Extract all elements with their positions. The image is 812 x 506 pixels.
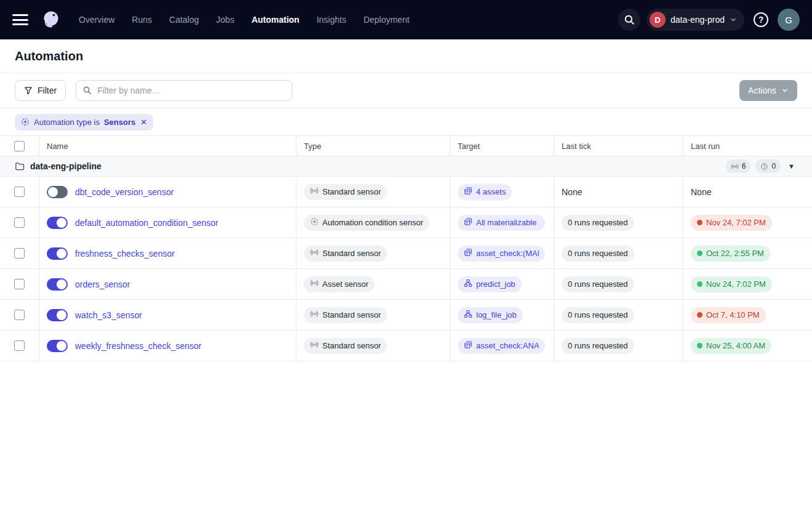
top-navigation: OverviewRunsCatalogJobsAutomationInsight…	[0, 0, 812, 39]
sensor-toggle[interactable]	[47, 186, 68, 198]
job-icon	[464, 310, 472, 318]
nav-tab-overview[interactable]: Overview	[79, 15, 114, 25]
sensor-icon	[310, 310, 319, 318]
sensor-icon	[731, 163, 739, 171]
sensor-table-row: orders_sensor Asset sensor predict_job 0…	[0, 269, 812, 300]
last-tick-badge[interactable]: 0 runs requested	[562, 307, 634, 323]
sensor-table-row: weekly_freshness_check_sensor Standard s…	[0, 331, 812, 361]
nav-tab-runs[interactable]: Runs	[132, 15, 152, 25]
primary-nav-tabs: OverviewRunsCatalogJobsAutomationInsight…	[79, 15, 410, 25]
column-header-last-run: Last run	[683, 136, 812, 156]
sensor-icon	[310, 279, 319, 287]
deployment-switcher[interactable]: D data-eng-prod	[647, 9, 744, 31]
sensor-icon	[310, 340, 319, 349]
row-checkbox[interactable]	[14, 217, 25, 228]
last-tick-value: None	[562, 187, 582, 197]
sensor-name-link[interactable]: orders_sensor	[75, 279, 130, 289]
clock-icon	[760, 163, 768, 171]
filter-chip-automation-type[interactable]: Automation type is Sensors ✕	[15, 114, 153, 131]
filter-button[interactable]: Filter	[15, 80, 66, 101]
row-checkbox[interactable]	[14, 187, 25, 197]
last-run-badge[interactable]: Oct 22, 2:55 PM	[691, 246, 770, 262]
target-badge[interactable]: log_file_job	[458, 307, 523, 323]
chevron-down-icon	[781, 87, 789, 94]
name-filter-field	[76, 80, 292, 101]
page-title: Automation	[15, 49, 83, 63]
actions-button[interactable]: Actions	[739, 80, 797, 101]
column-header-name: Name	[39, 136, 297, 156]
row-checkbox[interactable]	[14, 279, 25, 289]
schedule-count-badge: 0	[755, 159, 781, 173]
column-header-target: Target	[450, 136, 554, 156]
target-badge[interactable]: predict_job	[458, 276, 522, 292]
nav-tab-jobs[interactable]: Jobs	[216, 15, 234, 25]
sensor-toggle[interactable]	[47, 247, 68, 260]
column-header-last-tick: Last tick	[554, 136, 683, 156]
hamburger-menu-icon[interactable]	[12, 14, 28, 25]
help-icon[interactable]: ?	[750, 9, 771, 30]
job-icon	[464, 279, 472, 287]
sensor-table-row: freshness_checks_sensor Standard sensor …	[0, 238, 812, 269]
asset-icon	[464, 217, 472, 226]
sensor-name-link[interactable]: watch_s3_sensor	[75, 310, 142, 320]
code-location-name: data-eng-pipeline	[30, 161, 102, 171]
last-tick-badge[interactable]: 0 runs requested	[562, 276, 634, 292]
nav-tab-catalog[interactable]: Catalog	[169, 15, 199, 25]
dagster-logo-icon[interactable]	[39, 8, 63, 31]
asset-icon	[464, 248, 472, 257]
deployment-name: data-eng-prod	[671, 15, 725, 25]
asset-icon	[464, 340, 472, 349]
sensor-toggle[interactable]	[47, 309, 68, 321]
filter-chip-prefix: Automation type is	[34, 118, 100, 127]
sensor-toggle[interactable]	[47, 278, 68, 291]
sensor-toggle[interactable]	[47, 217, 68, 229]
last-run-badge[interactable]: Nov 25, 4:00 AM	[691, 338, 771, 354]
last-tick-badge[interactable]: 0 runs requested	[562, 338, 634, 354]
run-status-dot-icon	[697, 281, 703, 287]
last-run-badge[interactable]: Oct 7, 4:10 PM	[691, 307, 766, 323]
search-icon	[82, 86, 92, 95]
last-run-badge[interactable]: Nov 24, 7:02 PM	[691, 276, 772, 292]
search-icon[interactable]	[618, 9, 640, 31]
select-all-checkbox[interactable]	[14, 141, 25, 151]
asset-icon	[464, 187, 472, 195]
toolbar: Filter Actions	[0, 73, 812, 108]
sensor-name-link[interactable]: default_automation_condition_sensor	[75, 218, 218, 228]
folder-icon	[15, 161, 25, 171]
remove-filter-icon[interactable]: ✕	[140, 118, 147, 127]
run-status-dot-icon	[697, 251, 703, 256]
collapse-group-icon[interactable]: ▼	[786, 161, 797, 171]
target-badge[interactable]: All materializable assets	[458, 215, 545, 231]
automation-table: NameTypeTargetLast tickLast run data-eng…	[0, 136, 812, 361]
nav-tab-deployment[interactable]: Deployment	[364, 15, 410, 25]
sensor-table-row: default_automation_condition_sensor Auto…	[0, 207, 812, 238]
last-tick-badge[interactable]: 0 runs requested	[562, 215, 634, 231]
sensor-type-badge: Standard sensor	[304, 246, 387, 262]
target-badge[interactable]: 4 assets	[458, 184, 512, 200]
nav-tab-automation[interactable]: Automation	[252, 15, 300, 25]
row-checkbox[interactable]	[14, 340, 25, 351]
sensor-name-link[interactable]: freshness_checks_sensor	[75, 249, 175, 259]
user-avatar[interactable]: G	[778, 9, 800, 31]
last-run-badge[interactable]: Nov 24, 7:02 PM	[691, 215, 772, 231]
target-badge[interactable]: asset_check:ANALYT	[458, 338, 545, 354]
sensor-type-badge: Automation condition sensor	[304, 215, 429, 231]
target-badge[interactable]: asset_check:(MARKET	[458, 246, 545, 262]
last-run-value: None	[691, 187, 711, 197]
run-status-dot-icon	[697, 343, 703, 348]
sensor-icon	[310, 248, 319, 257]
sensor-toggle[interactable]	[47, 340, 68, 352]
name-filter-input[interactable]	[76, 80, 292, 101]
chevron-down-icon	[730, 16, 737, 23]
sensor-type-badge: Standard sensor	[304, 307, 387, 323]
filter-chip-value: Sensors	[104, 118, 135, 127]
last-tick-badge[interactable]: 0 runs requested	[562, 246, 634, 262]
table-header-row: NameTypeTargetLast tickLast run	[0, 136, 812, 156]
run-status-dot-icon	[697, 312, 703, 318]
row-checkbox[interactable]	[14, 310, 25, 320]
sensor-table-row: watch_s3_sensor Standard sensor log_file…	[0, 300, 812, 331]
nav-tab-insights[interactable]: Insights	[317, 15, 346, 25]
row-checkbox[interactable]	[14, 248, 25, 259]
sensor-name-link[interactable]: weekly_freshness_check_sensor	[75, 341, 201, 351]
sensor-name-link[interactable]: dbt_code_version_sensor	[75, 187, 173, 197]
